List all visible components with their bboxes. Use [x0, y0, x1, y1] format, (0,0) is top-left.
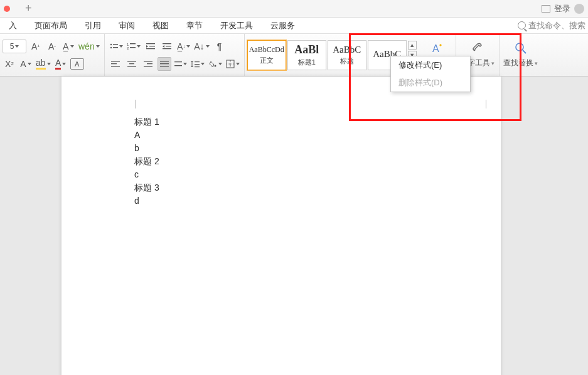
svg-rect-21 — [127, 66, 136, 66]
svg-rect-24 — [144, 66, 152, 66]
grow-font-button[interactable]: A+ — [29, 40, 43, 53]
align-justify-button[interactable] — [158, 57, 171, 71]
workspace: 标题 1 A b 标题 2 c 标题 3 d — [0, 77, 588, 375]
margin-mark-icon — [486, 100, 494, 108]
borders-button[interactable] — [225, 57, 240, 71]
menu-review[interactable]: 审阅 — [110, 20, 144, 31]
svg-rect-7 — [130, 47, 136, 48]
style-scroll-up[interactable]: ▲ — [408, 41, 417, 50]
svg-rect-32 — [195, 66, 200, 67]
menu-cloud[interactable]: 云服务 — [262, 20, 304, 31]
svg-rect-22 — [144, 61, 152, 61]
svg-rect-19 — [127, 61, 136, 61]
subscript-button[interactable]: X2 — [3, 57, 16, 71]
style-heading2[interactable]: AaBbC 标题 — [328, 40, 366, 70]
svg-rect-25 — [160, 61, 169, 61]
window-mode-icon[interactable] — [542, 5, 550, 13]
sparkle-a-icon: A — [431, 41, 445, 55]
find-group: 查找替换 — [500, 34, 542, 76]
change-case-button[interactable]: A̲ — [61, 40, 75, 53]
svg-rect-8 — [146, 43, 155, 44]
svg-rect-3 — [113, 47, 118, 48]
svg-line-39 — [523, 50, 526, 53]
menu-references[interactable]: 引用 — [76, 20, 110, 31]
find-replace-button[interactable]: 查找替换 — [503, 41, 538, 68]
font-group: 5 A+ A- A̲ wén X2 A ab A A — [3, 34, 105, 76]
style-label: 标题1 — [298, 58, 316, 67]
modify-style-item[interactable]: 修改样式(E) — [391, 56, 470, 74]
paragraph-group: 12 A̲↓ A↓ ¶ — [105, 34, 245, 76]
svg-rect-18 — [111, 66, 120, 66]
svg-rect-28 — [174, 61, 182, 62]
clear-format-button[interactable]: A — [19, 57, 33, 71]
shading-button[interactable] — [208, 57, 223, 71]
menu-pagelayout[interactable]: 页面布局 — [26, 20, 76, 31]
document-page[interactable]: 标题 1 A b 标题 2 c 标题 3 d — [61, 77, 501, 375]
menu-insert[interactable]: 入 — [0, 20, 26, 31]
avatar-icon[interactable] — [574, 4, 584, 14]
document-body[interactable]: 标题 1 A b 标题 2 c 标题 3 d — [134, 115, 159, 208]
phonetic-guide-button[interactable]: wén — [78, 40, 100, 53]
svg-rect-1 — [113, 44, 118, 45]
svg-rect-12 — [163, 43, 171, 44]
tab-close-dot[interactable] — [4, 6, 10, 12]
margin-mark-icon — [127, 100, 136, 108]
svg-rect-10 — [146, 48, 155, 49]
style-sample: AaBbCcDd — [249, 45, 284, 55]
text-direction-button[interactable]: A̲↓ — [176, 40, 191, 53]
svg-point-38 — [516, 43, 523, 51]
svg-rect-13 — [166, 46, 171, 46]
style-label: 正文 — [260, 56, 274, 65]
svg-rect-29 — [174, 65, 182, 66]
style-context-menu: 修改样式(E) 删除样式(D) — [390, 56, 471, 92]
command-search[interactable]: 查找命令、搜索 — [518, 20, 588, 31]
font-size-combo[interactable]: 5 — [3, 40, 26, 53]
align-left-button[interactable] — [109, 57, 122, 71]
line-spacing-button[interactable] — [190, 57, 205, 71]
doc-line[interactable]: 标题 1 — [134, 115, 159, 129]
svg-rect-9 — [149, 46, 155, 46]
wrench-icon — [470, 41, 485, 55]
distribute-button[interactable] — [174, 57, 188, 71]
svg-text:2: 2 — [127, 46, 129, 50]
svg-rect-23 — [147, 63, 152, 64]
svg-rect-31 — [195, 64, 200, 65]
svg-rect-16 — [111, 61, 120, 61]
doc-line[interactable]: b — [134, 142, 159, 155]
align-right-button[interactable] — [141, 57, 155, 71]
bullets-button[interactable] — [109, 40, 124, 53]
svg-rect-20 — [129, 63, 134, 64]
svg-rect-5 — [130, 43, 136, 44]
style-heading1[interactable]: AaBl 标题1 — [287, 40, 326, 70]
decrease-indent-button[interactable] — [160, 40, 174, 53]
svg-rect-26 — [160, 63, 169, 64]
svg-rect-30 — [195, 61, 200, 62]
menu-sections[interactable]: 章节 — [178, 20, 211, 31]
doc-line[interactable]: 标题 2 — [134, 155, 159, 168]
svg-point-33 — [214, 65, 216, 66]
svg-point-2 — [110, 46, 111, 48]
increase-indent-button[interactable] — [144, 40, 158, 53]
align-center-button[interactable] — [125, 57, 139, 71]
doc-line[interactable]: 标题 3 — [134, 181, 159, 194]
new-tab-button[interactable]: + — [21, 2, 36, 15]
sort-button[interactable]: A↓ — [193, 40, 210, 53]
highlight-button[interactable]: ab — [35, 57, 51, 71]
menu-devtools[interactable]: 开发工具 — [211, 20, 262, 31]
font-color-button[interactable]: A — [54, 57, 68, 71]
svg-rect-27 — [160, 66, 169, 66]
char-border-button[interactable]: A — [70, 58, 84, 70]
doc-line[interactable]: A — [134, 129, 159, 142]
style-normal[interactable]: AaBbCcDd 正文 — [247, 40, 286, 70]
login-link[interactable]: 登录 — [554, 3, 570, 14]
ribbon: 5 A+ A- A̲ wén X2 A ab A A 12 A̲↓ A↓ ¶ — [0, 34, 588, 77]
doc-line[interactable]: c — [134, 168, 159, 181]
menu-view[interactable]: 视图 — [144, 20, 178, 31]
numbering-button[interactable]: 12 — [126, 40, 141, 53]
doc-line[interactable]: d — [134, 194, 159, 208]
shrink-font-button[interactable]: A- — [45, 40, 59, 53]
search-placeholder: 查找命令、搜索 — [528, 20, 585, 31]
style-label: 标题 — [340, 56, 354, 66]
show-marks-button[interactable]: ¶ — [213, 40, 227, 53]
find-replace-label: 查找替换 — [503, 58, 538, 68]
